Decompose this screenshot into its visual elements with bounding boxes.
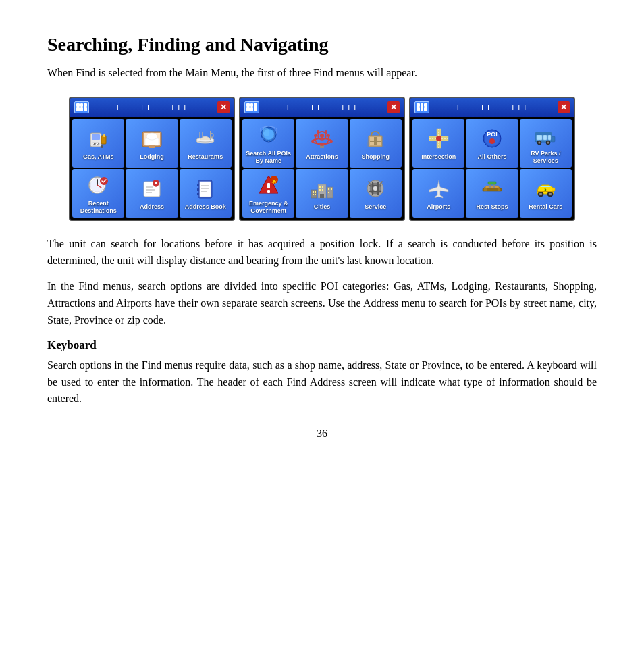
paragraph-1: The unit can search for locations before… <box>47 236 597 270</box>
addressbook-icon <box>192 176 218 201</box>
menu-icon-3 <box>414 101 429 113</box>
signal-bars-3: I II III <box>435 103 552 111</box>
svg-rect-34 <box>197 188 199 191</box>
device-header-2: I II III ✕ <box>240 98 404 117</box>
svg-point-48 <box>314 134 317 137</box>
grid-cell-lodging[interactable]: Lodging <box>126 119 178 168</box>
grid-cell-cities[interactable]: Cities <box>296 169 348 218</box>
grid-cell-intersection[interactable]: Intersection <box>412 119 464 168</box>
allothers-label: All Others <box>477 153 506 161</box>
svg-point-100 <box>547 142 549 144</box>
service-icon <box>363 176 388 201</box>
grid-cell-allothers[interactable]: POI All Others <box>466 119 518 168</box>
shopping-icon <box>363 126 388 151</box>
svg-rect-67 <box>322 186 323 188</box>
grid-cell-reststops[interactable]: Rest Stops <box>466 169 518 218</box>
svg-point-98 <box>539 142 541 144</box>
grid-cell-service[interactable]: Service <box>350 169 402 218</box>
svg-point-111 <box>539 193 542 195</box>
svg-rect-101 <box>552 136 555 142</box>
grid-cell-emergency[interactable]: Emergency & Government <box>242 169 294 218</box>
device-screen-2: I II III ✕ Search All POIs By Nam <box>239 97 405 221</box>
intersection-icon <box>426 126 452 151</box>
intro-paragraph: When Find is selected from the Main Menu… <box>47 65 597 82</box>
airports-label: Airports <box>427 203 450 211</box>
grid-cell-restaurants[interactable]: Restaurants <box>180 119 232 168</box>
svg-rect-1 <box>92 134 100 140</box>
attractions-label: Attractions <box>306 153 338 161</box>
svg-point-49 <box>327 134 330 137</box>
restaurants-icon <box>192 126 218 151</box>
svg-point-50 <box>317 130 319 133</box>
svg-rect-96 <box>548 135 551 140</box>
search-icon <box>256 122 281 148</box>
grid-cell-gas-atms[interactable]: ATM Gas, ATMs <box>72 119 124 168</box>
grid-cell-rentalcars[interactable]: $ Rental Cars <box>520 169 572 218</box>
svg-rect-63 <box>313 194 314 195</box>
grid-cell-rvparks[interactable]: RV Parks / Services <box>520 119 572 168</box>
grid-2: Search All POIs By Name <box>240 117 404 220</box>
rvparks-label: RV Parks / Services <box>522 150 570 165</box>
svg-rect-74 <box>328 192 329 193</box>
gas-atms-label: Gas, ATMs <box>83 153 114 161</box>
emergency-label: Emergency & Government <box>244 200 292 215</box>
keyboard-paragraph: Search options in the Find menus require… <box>47 357 597 407</box>
grid-cell-recent[interactable]: Recent Destinations <box>72 169 124 218</box>
paragraph-2: In the Find menus, search options are di… <box>47 278 597 328</box>
lodging-label: Lodging <box>140 153 164 161</box>
grid-cell-airports[interactable]: Airports <box>412 169 464 218</box>
airports-icon <box>426 176 452 201</box>
svg-rect-102 <box>535 132 552 135</box>
recent-label: Recent Destinations <box>74 200 122 215</box>
grid-cell-address[interactable]: Address <box>126 169 178 218</box>
svg-point-4 <box>101 145 103 148</box>
intersection-label: Intersection <box>421 153 456 161</box>
grid-cell-search[interactable]: Search All POIs By Name <box>242 119 294 168</box>
svg-text:ATM: ATM <box>93 143 99 146</box>
rentalcars-label: Rental Cars <box>529 203 562 211</box>
svg-point-51 <box>325 130 327 133</box>
addressbook-label: Address Book <box>185 203 226 211</box>
svg-rect-70 <box>320 194 324 198</box>
close-icon-2[interactable]: ✕ <box>387 101 400 113</box>
grid-cell-attractions[interactable]: Attractions <box>296 119 348 168</box>
allothers-icon: POI <box>479 126 505 151</box>
grid-3: Intersection POI All Others <box>410 117 574 220</box>
svg-point-46 <box>311 140 314 143</box>
signal-bars-2: I II III <box>265 103 382 111</box>
grid-1: ATM Gas, ATMs Lodging <box>70 117 234 220</box>
rvparks-icon <box>533 122 558 148</box>
svg-rect-72 <box>328 188 329 190</box>
shopping-label: Shopping <box>362 153 390 161</box>
close-icon-3[interactable]: ✕ <box>558 101 570 113</box>
svg-rect-106 <box>485 186 499 188</box>
svg-text:$: $ <box>545 187 547 191</box>
svg-rect-29 <box>200 182 211 197</box>
signal-bars-1: I II III <box>95 103 212 111</box>
page-title: Searching, Finding and Navigating <box>47 34 597 55</box>
device-screen-3: I II III ✕ <box>409 97 575 221</box>
grid-cell-shopping[interactable]: Shopping <box>350 119 402 168</box>
grid-cell-addressbook[interactable]: Address Book <box>180 169 232 218</box>
device-screen-1: I II III ✕ ATM Gas, A <box>69 97 235 221</box>
svg-point-77 <box>373 186 377 191</box>
close-icon-1[interactable]: ✕ <box>217 101 230 113</box>
svg-point-45 <box>320 134 324 138</box>
service-label: Service <box>365 203 386 211</box>
svg-rect-11 <box>149 145 155 148</box>
svg-rect-55 <box>374 137 377 145</box>
svg-rect-66 <box>319 186 321 188</box>
attractions-icon <box>309 126 335 151</box>
svg-rect-68 <box>319 189 321 191</box>
reststops-icon <box>479 176 505 201</box>
keyboard-heading: Keyboard <box>47 338 597 352</box>
device-header-3: I II III ✕ <box>410 98 574 117</box>
cities-icon <box>309 176 335 201</box>
svg-point-84 <box>436 136 441 141</box>
svg-rect-95 <box>543 135 547 140</box>
svg-rect-62 <box>315 191 316 193</box>
address-label: Address <box>140 203 164 211</box>
emergency-icon <box>256 172 281 198</box>
svg-rect-35 <box>197 193 199 195</box>
address-icon <box>139 176 165 201</box>
